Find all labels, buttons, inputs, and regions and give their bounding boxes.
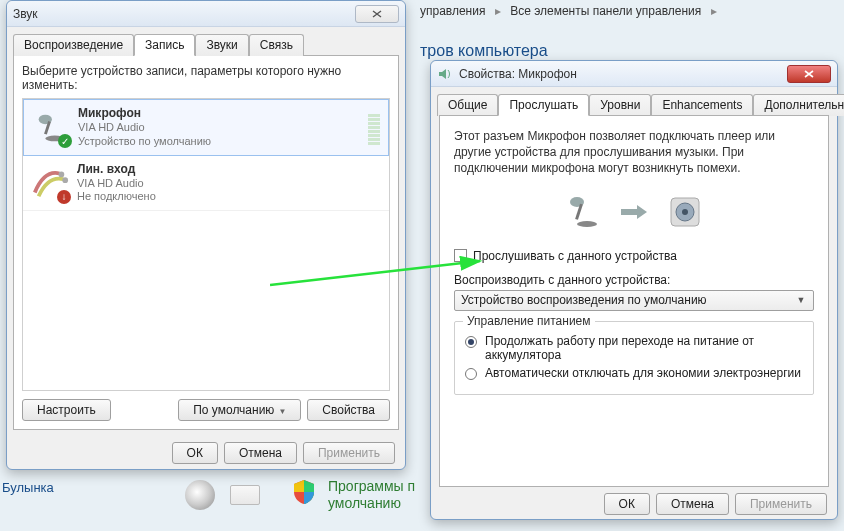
listen-checkbox-row[interactable]: Прослушивать с данного устройства [454,249,814,263]
device-status: Не подключено [77,190,381,204]
tab-strip: Воспроизведение Запись Звуки Связь [13,33,399,55]
tab-levels[interactable]: Уровни [589,94,651,116]
mic-properties-window: Свойства: Микрофон Общие Прослушать Уров… [430,60,838,520]
close-icon [802,69,816,79]
svg-point-7 [577,221,597,227]
configure-button[interactable]: Настроить [22,399,111,421]
arrow-right-icon [621,205,647,219]
tab-strip: Общие Прослушать Уровни Enhancements Доп… [437,93,831,115]
page-heading-partial: тров компьютера [420,42,548,60]
tab-advanced[interactable]: Дополнительно [753,94,844,116]
window-title: Свойства: Микрофон [459,67,577,81]
dialog-footer: ОК Отмена Применить [431,487,837,521]
sound-window: Звук Воспроизведение Запись Звуки Связь … [6,0,406,470]
listen-checkbox-label: Прослушивать с данного устройства [473,249,677,263]
titlebar[interactable]: Звук [7,1,405,27]
vu-meter [368,109,380,145]
device-name: Микрофон [78,106,360,121]
tab-panel-listen: Этот разъем Микрофон позволяет подключат… [439,115,829,487]
properties-button[interactable]: Свойства [307,399,390,421]
panel-hint: Выберите устройство записи, параметры ко… [22,64,390,92]
ok-button[interactable]: ОК [172,442,218,464]
set-default-button[interactable]: По умолчанию▼ [178,399,301,421]
label-line: умолчанию [328,495,415,512]
info-text: Этот разъем Микрофон позволяет подключат… [454,128,814,177]
ok-button[interactable]: ОК [604,493,650,515]
radio-button[interactable] [465,368,477,380]
close-button[interactable] [355,5,399,23]
speaker-icon [437,66,453,82]
cancel-button[interactable]: Отмена [656,493,729,515]
dialog-footer: ОК Отмена Применить [7,436,405,470]
chevron-right-icon: ▸ [495,4,501,18]
microphone-icon: ✓ [32,108,70,146]
tab-recording[interactable]: Запись [134,34,195,56]
breadcrumb-seg[interactable]: Все элементы панели управления [510,4,701,18]
status-down-icon: ↓ [57,190,71,204]
svg-point-3 [59,171,65,177]
chevron-down-icon: ▼ [278,407,286,416]
bg-small-button[interactable] [230,485,260,505]
device-item-line-in[interactable]: ↓ Лин. вход VIA HD Audio Не подключено [23,156,389,212]
label-line: Программы п [328,478,415,495]
breadcrumb-seg[interactable]: управления [420,4,485,18]
chevron-right-icon: ▸ [711,4,717,18]
recording-device-list[interactable]: ✓ Микрофон VIA HD Audio Устройство по ум… [22,98,390,391]
close-icon [370,9,384,19]
listen-checkbox[interactable] [454,249,467,262]
radio-button[interactable] [465,336,477,348]
group-title: Управление питанием [463,314,595,328]
illustration [454,189,814,235]
button-label: По умолчанию [193,403,274,417]
playback-through-label: Воспроизводить с данного устройства: [454,273,814,287]
speaker-device-icon [665,192,705,232]
cancel-button[interactable]: Отмена [224,442,297,464]
power-option-auto-off[interactable]: Автоматически отключать для экономии эле… [465,366,803,380]
tab-panel-recording: Выберите устройство записи, параметры ко… [13,55,399,430]
microphone-icon [563,192,603,232]
apply-button[interactable]: Применить [303,442,395,464]
breadcrumb: управления ▸ Все элементы панели управле… [420,4,723,18]
tab-enhancements[interactable]: Enhancements [651,94,753,116]
device-status: Устройство по умолчанию [78,135,360,149]
close-button[interactable] [787,65,831,83]
device-name: Лин. вход [77,162,381,177]
default-programs-link[interactable]: Программы п умолчанию [328,478,415,512]
radio-label: Продолжать работу при переходе на питани… [485,334,803,362]
device-driver: VIA HD Audio [77,177,381,191]
window-title: Звук [13,7,38,21]
radio-label: Автоматически отключать для экономии эле… [485,366,801,380]
combo-value: Устройство воспроизведения по умолчанию [461,293,793,307]
svg-point-4 [62,177,68,183]
tab-playback[interactable]: Воспроизведение [13,34,134,56]
apply-button[interactable]: Применить [735,493,827,515]
tab-sounds[interactable]: Звуки [195,34,248,56]
user-name: Булынка [2,480,54,495]
shield-icon [290,478,318,506]
device-driver: VIA HD Audio [78,121,360,135]
power-option-continue[interactable]: Продолжать работу при переходе на питани… [465,334,803,362]
tab-communications[interactable]: Связь [249,34,304,56]
playback-device-combo[interactable]: Устройство воспроизведения по умолчанию … [454,290,814,311]
power-management-group: Управление питанием Продолжать работу пр… [454,321,814,395]
device-item-microphone[interactable]: ✓ Микрофон VIA HD Audio Устройство по ум… [23,99,389,156]
tab-general[interactable]: Общие [437,94,498,116]
line-in-icon: ↓ [31,164,69,202]
svg-point-10 [682,209,688,215]
avatar [185,480,215,510]
titlebar[interactable]: Свойства: Микрофон [431,61,837,87]
tab-listen[interactable]: Прослушать [498,94,589,116]
chevron-down-icon: ▼ [793,295,809,305]
